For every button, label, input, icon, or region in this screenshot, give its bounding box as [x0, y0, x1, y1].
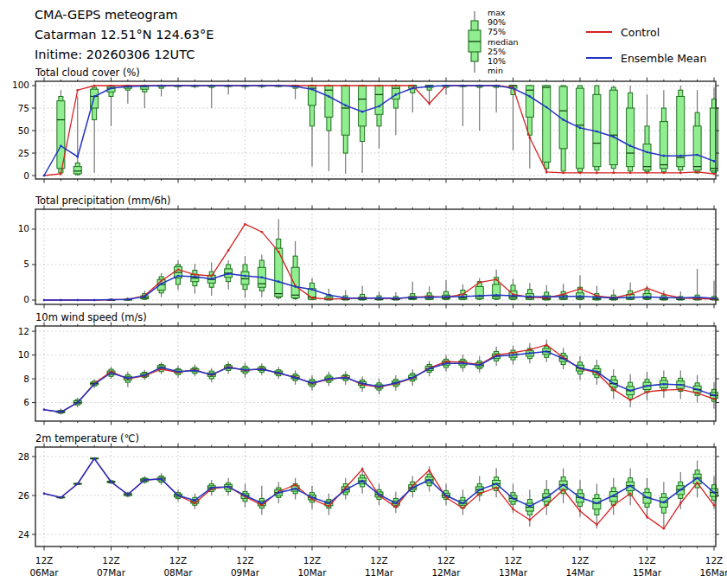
- svg-text:12Z: 12Z: [638, 555, 656, 566]
- svg-text:26: 26: [18, 490, 30, 501]
- svg-text:25: 25: [18, 148, 29, 158]
- svg-text:12Z: 12Z: [35, 555, 54, 566]
- svg-text:08Mar: 08Mar: [163, 567, 193, 578]
- svg-text:12Z: 12Z: [370, 555, 388, 566]
- svg-text:12Z: 12Z: [571, 555, 590, 566]
- svg-text:10: 10: [18, 223, 29, 233]
- svg-text:8: 8: [23, 374, 29, 384]
- svg-text:12Z: 12Z: [437, 555, 456, 566]
- svg-text:12: 12: [18, 326, 29, 336]
- svg-text:5: 5: [23, 259, 29, 269]
- svg-text:50: 50: [18, 125, 29, 136]
- svg-text:12Mar: 12Mar: [431, 567, 461, 578]
- svg-text:13Mar: 13Mar: [499, 567, 528, 578]
- svg-text:12Z: 12Z: [705, 555, 724, 566]
- svg-text:16Mar: 16Mar: [699, 567, 727, 578]
- svg-text:14Mar: 14Mar: [565, 567, 595, 578]
- svg-text:07Mar: 07Mar: [97, 567, 126, 578]
- svg-text:12Z: 12Z: [169, 555, 188, 566]
- svg-text:75: 75: [18, 103, 29, 113]
- svg-text:09Mar: 09Mar: [231, 567, 260, 578]
- svg-text:12Z: 12Z: [102, 555, 120, 566]
- svg-text:10Mar: 10Mar: [297, 567, 327, 578]
- svg-text:12Z: 12Z: [504, 555, 522, 566]
- svg-text:28: 28: [18, 451, 29, 462]
- svg-text:15Mar: 15Mar: [633, 567, 662, 578]
- svg-text:24: 24: [18, 529, 30, 540]
- svg-text:12Z: 12Z: [303, 555, 322, 566]
- svg-text:10: 10: [18, 349, 29, 360]
- svg-text:0: 0: [23, 170, 29, 181]
- svg-text:100: 100: [12, 80, 29, 90]
- svg-text:6: 6: [23, 397, 29, 407]
- meteogram-panels-canvas: 0255075100051068101224262812Z06Mar12Z07M…: [0, 0, 727, 588]
- svg-text:0: 0: [23, 294, 29, 304]
- svg-text:11Mar: 11Mar: [365, 567, 394, 578]
- meteogram-figure: CMA-GEPS meteogram Catarman 12.51°N 124.…: [0, 0, 727, 588]
- svg-text:06Mar: 06Mar: [29, 567, 59, 578]
- svg-text:12Z: 12Z: [236, 555, 254, 566]
